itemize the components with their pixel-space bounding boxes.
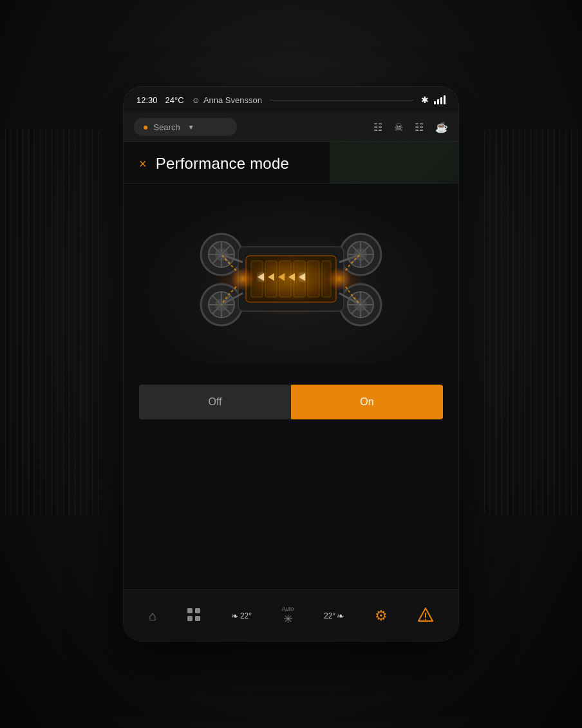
nav-climate-left[interactable]: ❧ 22° [231, 611, 252, 621]
close-button[interactable]: × [139, 157, 147, 170]
status-user: ☺ Anna Svensson [192, 95, 262, 105]
chassis-svg [182, 209, 400, 338]
nav-settings[interactable]: ⚙ [375, 609, 388, 623]
toggle-off-button[interactable]: Off [139, 385, 291, 419]
status-time: 12:30 [136, 95, 158, 105]
nav-warning[interactable] [418, 608, 433, 624]
search-box[interactable]: ● Search ▼ [134, 118, 237, 136]
svg-rect-49 [187, 608, 192, 613]
svg-point-43 [231, 267, 254, 291]
climate-left-display: ❧ 22° [231, 611, 252, 621]
mode-title: Performance mode [156, 155, 289, 173]
settings-icon: ⚙ [375, 609, 388, 623]
person-icon: ☺ [192, 95, 200, 105]
fan-icon: ✳ [283, 612, 293, 626]
user-name: Anna Svensson [203, 95, 262, 105]
svg-point-44 [328, 267, 351, 291]
nav-home[interactable]: ⌂ [149, 609, 156, 622]
status-temperature: 24°C [165, 95, 184, 105]
auto-label: Auto [282, 606, 294, 612]
status-bar: 12:30 24°C ☺ Anna Svensson ✱ [124, 87, 458, 113]
coffee-icon[interactable]: ☕ [435, 121, 448, 133]
nav-climate-right[interactable]: 22° ❧ [324, 611, 344, 621]
bottom-nav: ⌂ ❧ 22° [124, 589, 458, 641]
tablet-screen: 12:30 24°C ☺ Anna Svensson ✱ ● Sea [124, 87, 458, 641]
nav-fan[interactable]: Auto ✳ [282, 606, 294, 626]
ev-chassis-illustration [124, 184, 458, 364]
restaurant-icon[interactable]: ☠ [394, 121, 403, 133]
climate-right-temp: 22° ❧ [324, 611, 344, 621]
apps-icon [187, 608, 201, 624]
svg-rect-37 [246, 256, 336, 302]
navigation-bar: ● Search ▼ ☷ ☠ ☷ ☕ [124, 113, 458, 142]
gas-station-icon[interactable]: ☷ [373, 121, 382, 133]
map-background [330, 142, 458, 187]
performance-mode-content: × Performance mode [124, 142, 458, 440]
toggle-container: Off On [139, 385, 443, 419]
nav-category-icons: ☷ ☠ ☷ ☕ [245, 121, 448, 133]
svg-rect-51 [187, 616, 192, 621]
status-icons: ✱ [421, 95, 446, 105]
warning-icon [418, 608, 433, 624]
svg-rect-50 [195, 608, 200, 613]
map-pin-icon: ● [143, 122, 148, 132]
climate-left-temp: ❧ 22° [231, 611, 252, 621]
toggle-area: Off On [124, 364, 458, 440]
shopping-icon[interactable]: ☷ [415, 121, 424, 133]
svg-point-55 [425, 619, 426, 620]
chevron-down-icon: ▼ [188, 124, 194, 131]
climate-center-display: Auto ✳ [282, 606, 294, 626]
bluetooth-icon: ✱ [421, 95, 429, 105]
car-interior: 12:30 24°C ☺ Anna Svensson ✱ ● Sea [0, 0, 582, 728]
chassis-container [182, 209, 400, 338]
toggle-on-button[interactable]: On [291, 385, 443, 419]
svg-rect-52 [195, 616, 200, 621]
nav-apps[interactable] [187, 608, 201, 624]
search-input[interactable]: Search [153, 122, 180, 132]
signal-icon [434, 95, 446, 104]
status-divider [270, 100, 413, 101]
home-icon: ⌂ [149, 609, 156, 622]
